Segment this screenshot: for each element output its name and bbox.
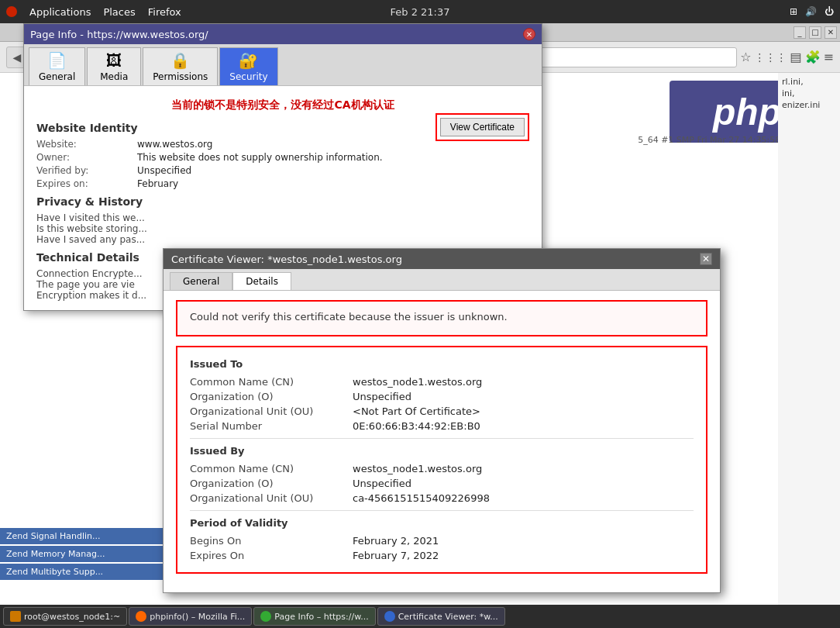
- zend-row-3: Zend Multibyte Supp...: [0, 564, 163, 580]
- by-org-label: Organization (O): [190, 478, 345, 489]
- tab-security[interactable]: 🔐 Security: [219, 47, 277, 85]
- validity-heading: Period of Validity: [190, 517, 694, 529]
- website-label: Website:: [36, 139, 129, 150]
- network-icon: ⊞: [790, 6, 797, 17]
- taskbar-pageinfo[interactable]: Page Info – https://w...: [253, 607, 375, 626]
- cert-titlebar: Certificate Viewer: *westos_node1.westos…: [164, 249, 720, 269]
- taskbar-pageinfo-label: Page Info – https://w...: [274, 612, 368, 622]
- tab-permissions[interactable]: 🔒 Permissions: [143, 47, 218, 85]
- page-info-titlebar: Page Info - https://www.westos.org/ ✕: [24, 24, 542, 44]
- org-value: Unspecified: [353, 391, 694, 402]
- bookmark-icon[interactable]: ☆: [740, 50, 751, 64]
- cert-error-message: Could not verify this certificate becaus…: [190, 311, 694, 323]
- taskbar-places[interactable]: Places: [103, 6, 135, 18]
- taskbar-firefox-label: phpinfo() – Mozilla Fi...: [150, 612, 245, 622]
- issued-to-heading: Issued To: [190, 358, 694, 370]
- cert-tab-general[interactable]: General: [170, 272, 232, 290]
- taskbar-terminal[interactable]: root@westos_node1:~: [3, 607, 127, 626]
- expires-label: Expires on:: [36, 178, 129, 189]
- page-info-title: Page Info - https://www.westos.org/: [30, 29, 208, 40]
- terminal-icon: [10, 611, 21, 622]
- taskbar-firefox[interactable]: Firefox: [148, 6, 181, 18]
- sidebar-item-1: rl.ini,: [782, 77, 836, 87]
- cn-value: westos_node1.westos.org: [353, 376, 694, 388]
- view-certificate-button[interactable]: View Certificate: [440, 118, 525, 136]
- by-ou-value: ca-4566151515409226998: [353, 492, 694, 504]
- volume-icon: 🔊: [805, 6, 817, 17]
- page-info-win-controls: ✕: [523, 28, 535, 40]
- extensions-icon[interactable]: 🧩: [805, 50, 821, 64]
- taskbar-clock: Feb 2 21:37: [390, 6, 449, 18]
- minimize-button[interactable]: _: [794, 26, 806, 39]
- maximize-button[interactable]: □: [809, 26, 821, 39]
- permissions-tab-icon: 🔒: [170, 51, 190, 70]
- issued-to-grid: Common Name (CN) westos_node1.westos.org…: [190, 376, 694, 432]
- verified-value: Unspecified: [137, 165, 529, 176]
- permissions-tab-label: Permissions: [153, 71, 208, 82]
- taskbar-left: Applications Places Firefox: [6, 6, 181, 18]
- privacy-history-content: Have I visited this we... Is this websit…: [36, 212, 529, 245]
- expires-cert-value: February 7, 2022: [353, 550, 694, 561]
- cert-title: Certificate Viewer: *westos_node1.westos…: [171, 254, 402, 265]
- cert-content: Could not verify this certificate becaus…: [164, 291, 720, 592]
- taskbar-certview[interactable]: Certificate Viewer: *w...: [377, 607, 505, 626]
- begins-label: Begins On: [190, 535, 345, 547]
- close-button[interactable]: ✕: [825, 26, 837, 39]
- begins-value: February 2, 2021: [353, 535, 694, 547]
- verified-label: Verified by:: [36, 165, 129, 176]
- cert-details-section: Issued To Common Name (CN) westos_node1.…: [176, 346, 707, 574]
- power-icon[interactable]: ⏻: [825, 6, 834, 17]
- cn-label: Common Name (CN): [190, 376, 345, 388]
- taskbar-firefox-task[interactable]: phpinfo() – Mozilla Fi...: [129, 607, 252, 626]
- menu-icon[interactable]: ⋮⋮⋮: [754, 51, 787, 64]
- page-info-close-btn[interactable]: ✕: [523, 28, 535, 40]
- serial-label: Serial Number: [190, 420, 345, 432]
- privacy-line-3: Have I saved any pas...: [36, 234, 529, 245]
- separator-2: [190, 510, 694, 511]
- cert-tabs: General Details: [164, 269, 720, 291]
- security-tab-label: Security: [229, 71, 267, 82]
- taskbar-right: ⊞ 🔊 ⏻: [790, 6, 834, 17]
- media-tab-label: Media: [100, 71, 128, 82]
- bottom-taskbar: root@westos_node1:~ phpinfo() – Mozilla …: [0, 605, 840, 628]
- owner-value: This website does not supply ownership i…: [137, 152, 529, 163]
- general-tab-label: General: [39, 71, 75, 82]
- cert-error-box: Could not verify this certificate becaus…: [176, 300, 707, 336]
- pageinfo-icon: [260, 611, 271, 622]
- cert-tab-details[interactable]: Details: [232, 272, 291, 290]
- right-sidebar: rl.ini, ini, enizer.ini: [778, 73, 840, 628]
- tab-media[interactable]: 🖼 Media: [87, 47, 141, 85]
- ou-value: <Not Part Of Certificate>: [353, 405, 694, 417]
- zend-table: Zend Signal Handlin... Zend Memory Manag…: [0, 528, 163, 581]
- certview-icon: [384, 611, 395, 622]
- issued-by-grid: Common Name (CN) westos_node1.westos.org…: [190, 463, 694, 504]
- by-org-value: Unspecified: [353, 478, 694, 489]
- owner-label: Owner:: [36, 152, 129, 163]
- by-cn-value: westos_node1.westos.org: [353, 463, 694, 474]
- taskbar-applications[interactable]: Applications: [29, 6, 91, 18]
- window-controls: _ □ ✕: [794, 26, 837, 39]
- sidebar-icon[interactable]: ▤: [790, 50, 801, 64]
- php-logo: php: [713, 91, 781, 133]
- privacy-history-heading: Privacy & History: [36, 195, 529, 208]
- firefox-task-icon: [136, 611, 146, 622]
- zend-row-1: Zend Signal Handlin...: [0, 528, 163, 544]
- website-identity-grid: Website: www.westos.org Owner: This webs…: [36, 139, 529, 189]
- org-label: Organization (O): [190, 391, 345, 402]
- by-ou-label: Organizational Unit (OU): [190, 492, 345, 504]
- issued-by-heading: Issued By: [190, 445, 694, 457]
- ou-label: Organizational Unit (OU): [190, 405, 345, 417]
- desktop: phpinfo() – Mozilla Firefox _ □ ✕ ◀ ▶ ↻ …: [0, 23, 840, 628]
- overflow-menu[interactable]: ≡: [824, 50, 834, 64]
- tab-general[interactable]: 📄 General: [29, 47, 85, 85]
- app-icon: [6, 6, 17, 17]
- sidebar-item-3: enizer.ini: [782, 100, 836, 110]
- expires-value: February: [137, 178, 529, 189]
- sidebar-item-2: ini,: [782, 88, 836, 98]
- cert-viewer-dialog: Certificate Viewer: *westos_node1.westos…: [163, 248, 721, 593]
- top-taskbar: Applications Places Firefox Feb 2 21:37 …: [0, 0, 840, 23]
- validity-grid: Begins On February 2, 2021 Expires On Fe…: [190, 535, 694, 561]
- toolbar-icons: ☆ ⋮⋮⋮ ▤ 🧩 ≡: [740, 50, 834, 64]
- privacy-line-2: Is this website storing...: [36, 223, 529, 234]
- cert-close-btn[interactable]: ✕: [700, 253, 712, 265]
